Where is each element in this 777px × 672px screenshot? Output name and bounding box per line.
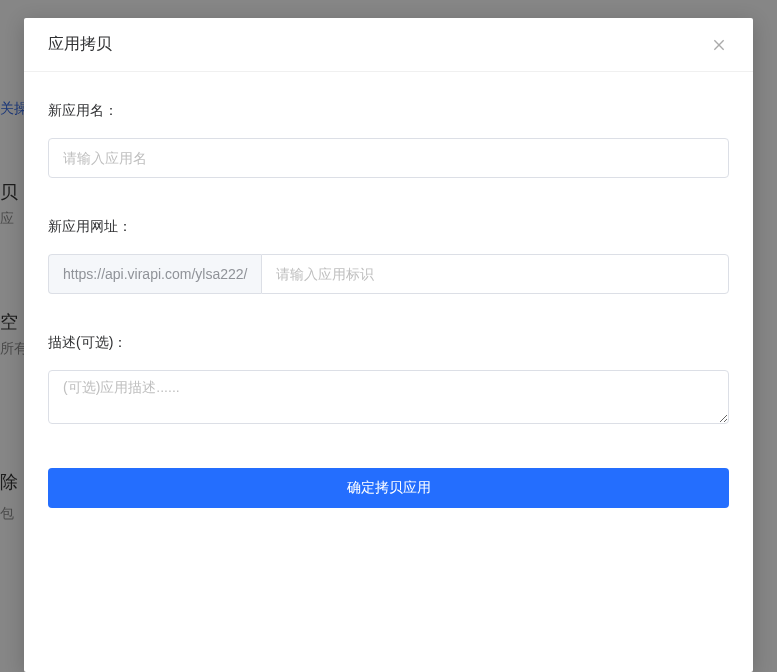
modal-body: 新应用名： 新应用网址： https://api.virapi.com/ylsa… xyxy=(24,72,753,672)
submit-button[interactable]: 确定拷贝应用 xyxy=(48,468,729,508)
form-group-url: 新应用网址： https://api.virapi.com/ylsa222/ xyxy=(48,218,729,294)
name-label: 新应用名： xyxy=(48,102,729,120)
copy-app-modal: 应用拷贝 新应用名： 新应用网址： https://api.virapi.com… xyxy=(24,18,753,672)
modal-title: 应用拷贝 xyxy=(48,34,112,55)
description-label: 描述(可选)： xyxy=(48,334,729,352)
url-prefix: https://api.virapi.com/ylsa222/ xyxy=(48,254,261,294)
close-button[interactable] xyxy=(709,35,729,55)
form-group-description: 描述(可选)： xyxy=(48,334,729,428)
name-input[interactable] xyxy=(48,138,729,178)
modal-header: 应用拷贝 xyxy=(24,18,753,72)
description-textarea[interactable] xyxy=(48,370,729,424)
url-input-group: https://api.virapi.com/ylsa222/ xyxy=(48,254,729,294)
url-label: 新应用网址： xyxy=(48,218,729,236)
form-group-name: 新应用名： xyxy=(48,102,729,178)
url-input[interactable] xyxy=(261,254,729,294)
close-icon xyxy=(711,37,727,53)
